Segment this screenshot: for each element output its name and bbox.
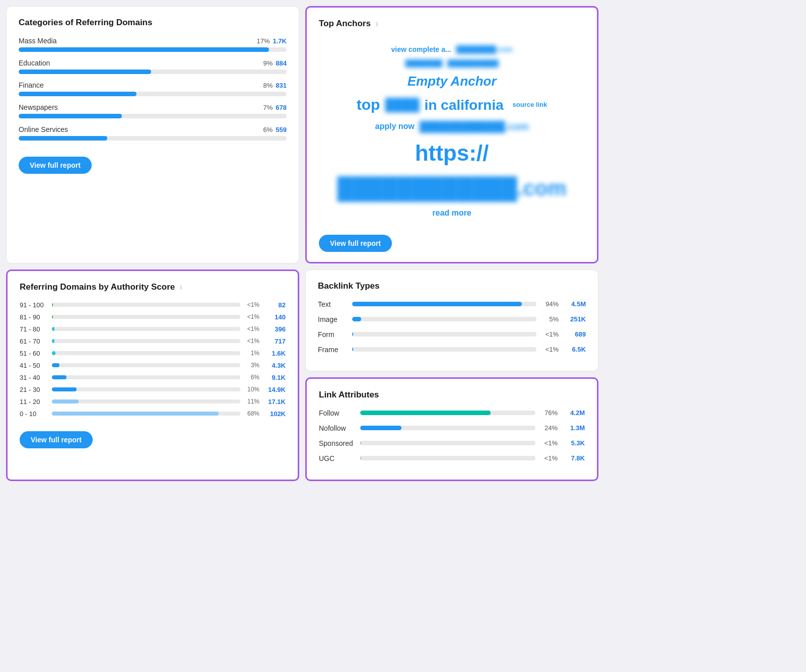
authority-label: 41 - 50 xyxy=(20,362,48,369)
link-attr-pct: <1% xyxy=(541,439,558,447)
anchor-source-link[interactable]: source link xyxy=(513,100,548,109)
backlink-track xyxy=(352,302,536,306)
bar-stats: 8%831 xyxy=(263,82,287,89)
authority-track xyxy=(52,351,240,355)
backlink-track xyxy=(352,317,536,321)
authority-card: Referring Domains by Authority Score i 9… xyxy=(6,270,299,481)
anchor-blurred-5: ████████████.com xyxy=(420,119,529,133)
backlink-row: Frame <1% 6.5K xyxy=(318,346,586,354)
authority-count: 9.1K xyxy=(263,374,286,381)
authority-label: 61 - 70 xyxy=(20,338,48,345)
backlink-fill xyxy=(352,317,361,321)
bar-label: Education xyxy=(19,59,50,67)
link-attr-track xyxy=(360,411,535,415)
authority-pct: 10% xyxy=(244,386,259,393)
authority-count: 717 xyxy=(263,338,286,345)
authority-row: 71 - 80 <1% 396 xyxy=(20,325,286,333)
authority-track xyxy=(52,387,240,391)
authority-title: Referring Domains by Authority Score i xyxy=(20,282,286,292)
anchor-read-more[interactable]: read more xyxy=(432,208,471,219)
backlink-label: Text xyxy=(318,300,347,308)
authority-track xyxy=(52,375,240,379)
authority-count: 1.6K xyxy=(263,350,286,357)
bar-count: 678 xyxy=(276,104,287,111)
authority-row: 11 - 20 11% 17.1K xyxy=(20,398,286,406)
anchor-row-5: apply now ████████████.com xyxy=(375,119,529,133)
backlink-fill xyxy=(352,332,353,337)
backlink-track xyxy=(352,347,536,352)
authority-label: 81 - 90 xyxy=(20,313,48,321)
authority-count: 14.9K xyxy=(263,386,286,393)
bar-count: 884 xyxy=(276,59,287,67)
link-attr-pct: 76% xyxy=(541,409,558,417)
authority-pct: <1% xyxy=(244,338,259,345)
authority-pct: 11% xyxy=(244,398,259,405)
anchors-cloud: view complete a... ████████.com ████████… xyxy=(319,38,585,226)
authority-row: 0 - 10 68% 102K xyxy=(20,410,286,418)
authority-track xyxy=(52,363,240,367)
dashboard-grid: Categories of Referring Domains Mass Med… xyxy=(6,6,598,481)
link-attr-row: UGC <1% 7.8K xyxy=(319,454,585,462)
anchor-view-complete[interactable]: view complete a... xyxy=(391,45,451,55)
bar-track xyxy=(19,70,287,74)
anchors-view-btn[interactable]: View full report xyxy=(319,235,392,252)
link-attr-label: Follow xyxy=(319,409,355,417)
authority-label: 71 - 80 xyxy=(20,325,48,333)
link-attr-row: Follow 76% 4.2M xyxy=(319,409,585,417)
authority-count: 140 xyxy=(263,313,286,321)
authority-fill xyxy=(52,303,53,307)
categories-card: Categories of Referring Domains Mass Med… xyxy=(6,6,299,263)
bar-stats: 17%1.7K xyxy=(257,37,287,45)
backlink-pct: 5% xyxy=(542,315,559,323)
bar-fill xyxy=(19,92,137,96)
backlink-count: 4.5M xyxy=(564,300,586,308)
backlink-card: Backlink Types Text 94% 4.5M Image 5% 25… xyxy=(305,270,598,371)
backlink-count: 689 xyxy=(564,330,586,338)
link-attr-row: Sponsored <1% 5.3K xyxy=(319,439,585,447)
anchor-blurred-2: ████████ xyxy=(405,59,442,68)
backlink-fill xyxy=(352,302,522,306)
anchor-https[interactable]: https:// xyxy=(415,138,489,169)
categories-title: Categories of Referring Domains xyxy=(19,18,287,28)
bar-track xyxy=(19,47,287,52)
link-attr-count: 1.3M xyxy=(563,424,585,432)
anchor-row-7: read more xyxy=(432,208,471,219)
categories-view-btn[interactable]: View full report xyxy=(19,157,92,174)
authority-track xyxy=(52,303,240,307)
backlink-label: Image xyxy=(318,315,347,323)
link-attr-label: Sponsored xyxy=(319,439,355,447)
authority-track xyxy=(52,339,240,343)
authority-label: 31 - 40 xyxy=(20,374,48,381)
backlink-label: Form xyxy=(318,330,347,339)
anchor-empty[interactable]: Empty Anchor xyxy=(408,72,497,90)
link-attr-count: 7.8K xyxy=(563,454,585,462)
authority-pct: 3% xyxy=(244,362,259,369)
anchor-row-4: top ████ in california source link xyxy=(357,94,547,115)
bar-label: Finance xyxy=(19,81,44,89)
link-attr-title: Link Attributes xyxy=(319,390,585,400)
bar-fill xyxy=(19,70,151,74)
anchor-apply-now[interactable]: apply now xyxy=(375,121,415,132)
anchor-in-california[interactable]: in california xyxy=(424,95,503,115)
authority-row: 61 - 70 <1% 717 xyxy=(20,338,286,345)
link-attr-count: 4.2M xyxy=(563,409,585,417)
authority-pct: 6% xyxy=(244,374,259,381)
anchor-top[interactable]: top xyxy=(357,94,380,115)
bar-stats: 6%559 xyxy=(263,126,287,133)
anchor-row-1: view complete a... ████████.com xyxy=(391,45,512,55)
authority-pct: <1% xyxy=(244,325,259,332)
authority-count: 17.1K xyxy=(263,398,286,406)
authority-fill xyxy=(52,363,59,367)
link-attr-row: Nofollow 24% 1.3M xyxy=(319,424,585,432)
authority-view-btn[interactable]: View full report xyxy=(20,431,93,448)
category-row: Mass Media 17%1.7K xyxy=(19,37,287,52)
bar-track xyxy=(19,136,287,141)
authority-label: 51 - 60 xyxy=(20,350,48,357)
bar-stats: 9%884 xyxy=(263,59,287,67)
backlink-pct: <1% xyxy=(542,330,559,338)
authority-info-icon: i xyxy=(180,284,182,291)
category-row: Education 9%884 xyxy=(19,59,287,74)
link-attr-fill xyxy=(360,411,491,415)
anchor-row-2: ████████ ███████████ xyxy=(405,59,498,68)
authority-label: 91 - 100 xyxy=(20,301,48,309)
